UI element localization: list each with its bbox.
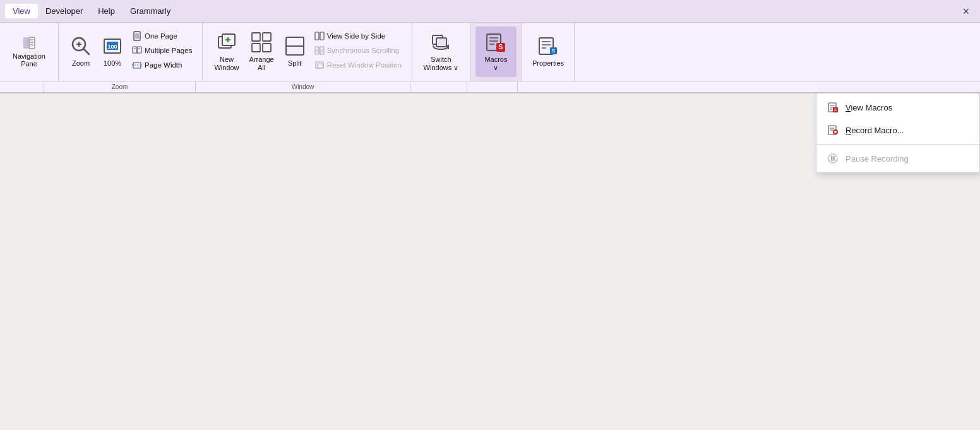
group-label-nav xyxy=(0,81,44,92)
multiple-pages-button[interactable]: Multiple Pages xyxy=(128,44,196,57)
svg-rect-29 xyxy=(263,33,271,41)
split-label: Split xyxy=(288,59,301,68)
svg-rect-31 xyxy=(263,44,271,52)
zoom100-icon: 100 xyxy=(102,35,123,57)
menu-item-help[interactable]: Help xyxy=(90,4,122,18)
split-icon xyxy=(284,35,306,57)
view-side-by-side-button[interactable]: View Side by Side xyxy=(311,29,405,43)
new-window-button[interactable]: NewWindow xyxy=(209,27,244,77)
svg-rect-1 xyxy=(29,37,35,49)
macros-dropdown-menu: S View Macros Record Macro... xyxy=(816,93,980,173)
new-window-label: NewWindow xyxy=(214,56,239,72)
split-button[interactable]: Split xyxy=(279,27,311,77)
sync-scrolling-button[interactable]: Synchronous Scrolling xyxy=(311,44,405,57)
newwindow-icon xyxy=(216,32,237,53)
zoom100-button[interactable]: 100 100% xyxy=(97,27,128,77)
group-labels-row: Zoom Window xyxy=(0,81,980,92)
group-label-window: Window xyxy=(196,81,410,92)
nav-pane-section: NavigationPane xyxy=(0,23,59,81)
menu-item-developer[interactable]: Developer xyxy=(38,4,90,18)
group-label-properties xyxy=(518,81,568,92)
page-width-button[interactable]: Page Width xyxy=(128,58,196,72)
reset-window-label: Reset Window Position xyxy=(327,61,402,69)
window-group: NewWindow ArrangeAll xyxy=(203,23,412,81)
viewmacros-icon: S xyxy=(827,101,839,114)
navpane-icon xyxy=(22,36,36,50)
menu-bar: View Developer Help Grammarly ✕ xyxy=(0,0,980,23)
svg-rect-35 xyxy=(320,32,324,40)
pauserecording-icon xyxy=(827,152,839,165)
group-label-macros xyxy=(467,81,518,92)
group-label-zoom: Zoom xyxy=(44,81,196,92)
properties-button[interactable]: S Properties xyxy=(527,27,569,77)
dropdown-item-view-macros[interactable]: S View Macros xyxy=(816,96,979,119)
svg-text:S: S xyxy=(834,108,837,112)
pagewidth-icon xyxy=(132,60,142,70)
ribbon: NavigationPane Zoom xyxy=(0,23,980,93)
page-width-label: Page Width xyxy=(145,61,182,69)
sidebyside-icon xyxy=(314,31,325,41)
recordmacro-icon xyxy=(827,124,839,136)
macros-button[interactable]: S Macros∨ xyxy=(475,27,517,77)
arrange-all-label: ArrangeAll xyxy=(249,56,274,72)
svg-line-6 xyxy=(83,49,89,54)
dropdown-divider xyxy=(816,144,979,145)
one-page-label: One Page xyxy=(145,32,177,40)
svg-rect-16 xyxy=(133,47,137,53)
macros-button-label: Macros∨ xyxy=(484,56,507,72)
switch-windows-section: SwitchWindows ∨ xyxy=(412,23,470,81)
multipages-icon xyxy=(132,45,142,56)
dropdown-item-record-macro[interactable]: Record Macro... xyxy=(816,119,979,141)
zoom-button-label: Zoom xyxy=(72,59,90,68)
dropdown-item-pause-recording[interactable]: Pause Recording xyxy=(816,147,979,170)
svg-rect-28 xyxy=(252,33,260,41)
svg-rect-0 xyxy=(23,37,28,49)
view-macros-label: View Macros xyxy=(846,103,892,112)
reset-window-button[interactable]: Reset Window Position xyxy=(311,58,405,72)
one-page-button[interactable]: One Page xyxy=(128,29,196,43)
svg-rect-30 xyxy=(252,44,260,52)
zoom-icon xyxy=(70,35,92,57)
sync-scrolling-label: Synchronous Scrolling xyxy=(327,47,399,54)
svg-rect-41 xyxy=(318,64,323,68)
pause-recording-label: Pause Recording xyxy=(846,154,909,164)
switch-windows-label: SwitchWindows ∨ xyxy=(424,56,459,72)
svg-rect-40 xyxy=(316,62,323,68)
menu-item-grammarly[interactable]: Grammarly xyxy=(122,4,178,18)
syncscroll-icon xyxy=(314,45,325,56)
svg-rect-69 xyxy=(834,156,835,161)
properties-section: S Properties xyxy=(522,23,575,81)
switchwindows-icon xyxy=(430,32,451,53)
ribbon-content: NavigationPane Zoom xyxy=(0,23,980,81)
svg-rect-43 xyxy=(436,38,446,47)
svg-rect-68 xyxy=(831,156,833,161)
zoom-small-buttons: One Page Multiple Pages xyxy=(128,29,196,72)
svg-marker-23 xyxy=(141,64,142,66)
svg-marker-22 xyxy=(132,64,133,66)
properties-icon: S xyxy=(537,35,559,57)
menu-item-view[interactable]: View xyxy=(5,4,38,18)
multiple-pages-label: Multiple Pages xyxy=(145,47,192,54)
close-button[interactable]: ✕ xyxy=(957,3,975,20)
switch-windows-button[interactable]: SwitchWindows ∨ xyxy=(417,27,465,77)
svg-text:S: S xyxy=(552,48,556,54)
zoom-group: Zoom 100 100% xyxy=(59,23,203,81)
zoom-button[interactable]: Zoom xyxy=(65,27,97,77)
macros-section: S Macros∨ xyxy=(470,23,522,81)
svg-rect-17 xyxy=(137,47,141,53)
view-side-by-side-label: View Side by Side xyxy=(327,32,385,40)
record-macro-label: Record Macro... xyxy=(846,126,904,135)
svg-point-67 xyxy=(828,154,837,163)
properties-label: Properties xyxy=(532,59,564,68)
nav-pane-button[interactable]: NavigationPane xyxy=(9,33,49,70)
svg-text:S: S xyxy=(499,44,503,51)
arrange-all-button[interactable]: ArrangeAll xyxy=(244,27,279,77)
macros-icon: S xyxy=(485,32,506,53)
group-label-switch xyxy=(410,81,467,92)
svg-point-64 xyxy=(834,131,837,133)
nav-pane-label: NavigationPane xyxy=(13,52,45,68)
window-small-buttons: View Side by Side Synchronous Scrolling xyxy=(311,29,405,72)
svg-rect-34 xyxy=(315,32,319,40)
zoom100-button-label: 100% xyxy=(104,59,121,68)
svg-text:100: 100 xyxy=(107,44,117,50)
